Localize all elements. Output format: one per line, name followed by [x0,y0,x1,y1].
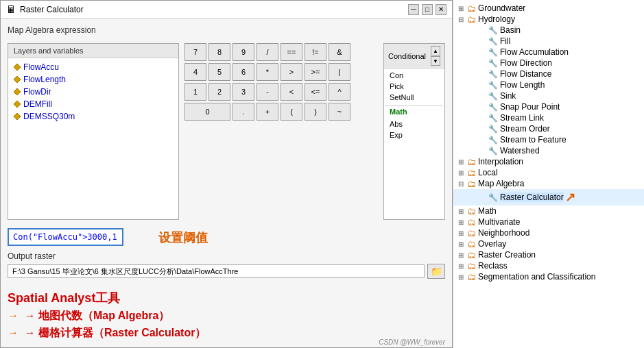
layer-name-flowdir: FlowDir [23,87,51,97]
btn-9[interactable]: 9 [232,43,254,61]
tree-item-neighborhood[interactable]: ⊞ 🗂 Neighborhood [453,227,644,238]
tree-item-interpolation[interactable]: ⊞ 🗂 Interpolation [453,156,644,167]
tree-item-overlay[interactable]: ⊞ 🗂 Overlay [453,238,644,249]
tree-item-flowdirection[interactable]: · 🔧 Flow Direction [453,58,644,69]
layer-item-flowaccu[interactable]: FlowAccu [11,61,176,73]
calc-row-1: 7 8 9 / == != & [184,43,378,61]
close-button[interactable]: ✕ [436,4,446,15]
cond-item-abs[interactable]: Abs [385,119,443,129]
tree-item-rastercalculator[interactable]: · 🔧 Raster Calculator ↗ [453,189,644,206]
btn-6[interactable]: 6 [232,63,254,81]
expression-input[interactable] [8,228,123,246]
tree-item-mapalgebra[interactable]: ⊟ 🗂 Map Algebra [453,178,644,189]
folder-icon-reclass: 🗂 [466,261,477,271]
tree-item-local[interactable]: ⊞ 🗂 Local [453,167,644,178]
cond-item-exp[interactable]: Exp [385,129,443,140]
btn-1[interactable]: 1 [184,83,206,101]
btn-divide[interactable]: / [257,43,278,61]
expand-icon-overlay: ⊞ [456,239,466,249]
tree-item-segmentation[interactable]: ⊞ 🗂 Segmentation and Classification [453,271,644,282]
svg-marker-4 [14,113,21,120]
tree-item-basin[interactable]: · 🔧 Basin [453,25,644,36]
tree-item-reclass[interactable]: ⊞ 🗂 Reclass [453,260,644,271]
tree-item-flowlength[interactable]: · 🔧 Flow Length [453,79,644,90]
tree-label-reclass: Reclass [478,261,508,271]
tree-label-multivariate: Multivariate [478,217,520,227]
btn-tilde[interactable]: ~ [329,103,350,121]
cond-item-setnull[interactable]: SetNull [385,92,443,103]
cond-item-pick[interactable]: Pick [385,81,443,92]
tree-item-hydrology[interactable]: ⊟ 🗂 Hydrology [453,14,644,25]
calc-row-2: 4 5 6 * > >= | [184,63,378,81]
btn-pipe[interactable]: | [329,63,350,81]
tree-label-fill: Fill [500,36,510,46]
btn-7[interactable]: 7 [184,43,206,61]
btn-caret[interactable]: ^ [329,83,350,101]
layer-item-flowdir[interactable]: FlowDir [11,86,176,98]
btn-3[interactable]: 3 [232,83,254,101]
output-path-input[interactable] [8,264,425,278]
folder-icon-multivariate: 🗂 [466,217,477,227]
layer-name-flowaccu: FlowAccu [23,62,59,72]
tree-item-streamlink[interactable]: · 🔧 Stream Link [453,112,644,123]
btn-rparen[interactable]: ) [305,103,326,121]
folder-icon-mapalgebra: 🗂 [466,179,477,188]
btn-4[interactable]: 4 [184,63,206,81]
tree-item-fill[interactable]: · 🔧 Fill [453,36,644,47]
tree-item-groundwater[interactable]: ⊞ 🗂 Groundwater [453,3,644,14]
cond-item-con[interactable]: Con [385,70,443,81]
scroll-down-btn[interactable]: ▼ [431,56,440,66]
btn-minus[interactable]: - [257,83,278,101]
tool-tree-panel: ⊞ 🗂 Groundwater ⊟ 🗂 Hydrology · 🔧 Basin … [453,0,644,348]
btn-dot[interactable]: . [232,103,254,121]
tree-item-streamorder[interactable]: · 🔧 Stream Order [453,123,644,134]
tree-item-math[interactable]: ⊞ 🗂 Math [453,206,644,216]
tool-icon-snappourpoint: 🔧 [488,102,499,112]
layer-item-demssq30m[interactable]: DEMSSQ30m [11,110,176,123]
tree-label-mapalgebra: Map Algebra [478,179,524,188]
scroll-up-btn[interactable]: ▲ [431,46,440,55]
btn-5[interactable]: 5 [208,63,230,81]
layer-item-flowlength[interactable]: FlowLength [11,73,176,86]
browse-button[interactable]: 📁 [427,264,445,279]
btn-lparen[interactable]: ( [281,103,302,121]
folder-icon-segmentation: 🗂 [466,272,477,282]
tree-item-multivariate[interactable]: ⊞ 🗂 Multivariate [453,216,644,227]
tree-item-watershed[interactable]: · 🔧 Watershed [453,145,644,156]
annotation-title: Spatial Analyst工具 [8,290,445,306]
spacer-flowaccumulation: · [478,47,488,57]
btn-notequal[interactable]: != [305,43,326,61]
tree-item-streamtofeature[interactable]: · 🔧 Stream to Feature [453,134,644,145]
btn-2[interactable]: 2 [208,83,230,101]
tree-item-flowaccumulation[interactable]: · 🔧 Flow Accumulation [453,47,644,58]
tree-item-snappourpoint[interactable]: · 🔧 Snap Pour Point [453,101,644,112]
btn-gte[interactable]: >= [305,63,326,81]
minimize-button[interactable]: ─ [408,4,419,15]
tree-label-segmentation: Segmentation and Classification [478,272,595,282]
btn-8[interactable]: 8 [208,43,230,61]
tree-label-interpolation: Interpolation [478,157,523,166]
btn-0[interactable]: 0 [184,103,230,121]
btn-equal[interactable]: == [281,43,302,61]
spacer-rastercalculator: · [478,192,488,202]
tree-item-sink[interactable]: · 🔧 Sink [453,90,644,101]
tool-icon-flowdirection: 🔧 [488,58,499,68]
svg-marker-1 [14,76,21,83]
folder-icon-neighborhood: 🗂 [466,228,477,238]
maximize-button[interactable]: □ [422,4,433,15]
btn-and[interactable]: & [329,43,350,61]
btn-lt[interactable]: < [281,83,302,101]
layer-item-demfill[interactable]: DEMFill [11,98,176,110]
btn-multiply[interactable]: * [257,63,278,81]
tree-item-rastercreation[interactable]: ⊞ 🗂 Raster Creation [453,249,644,260]
btn-plus[interactable]: + [257,103,278,121]
arrow-icon-2: → [8,327,19,338]
expand-icon-neighborhood: ⊞ [456,228,466,238]
arrow-indicator: ↗ [565,190,575,205]
tree-label-basin: Basin [500,25,521,35]
annotation-area: Spatial Analyst工具 → → 地图代数（Map Algebra） … [8,290,445,340]
tree-item-flowdistance[interactable]: · 🔧 Flow Distance [453,69,644,79]
btn-gt[interactable]: > [281,63,302,81]
folder-icon-local: 🗂 [466,168,477,177]
btn-lte[interactable]: <= [305,83,326,101]
